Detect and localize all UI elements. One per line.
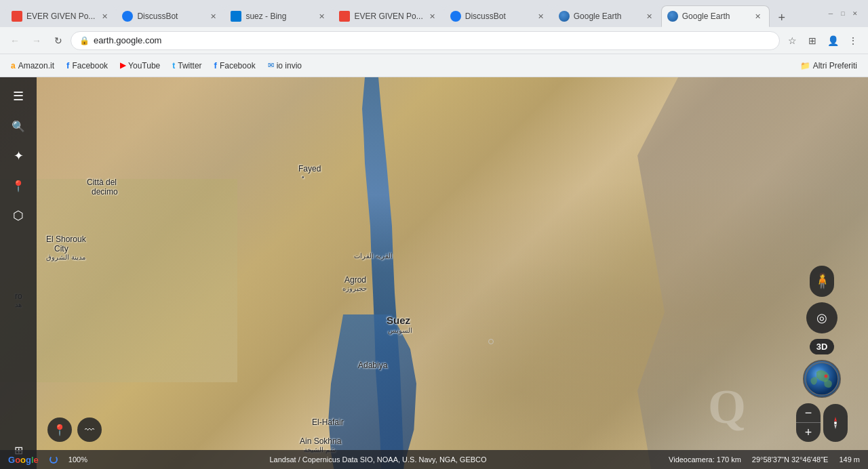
globe-view-button[interactable] (803, 360, 841, 398)
bookmark-facebook-2[interactable]: f Facebook (209, 58, 261, 73)
close-button[interactable]: ✕ (850, 9, 860, 18)
zoom-in-button[interactable]: + (796, 423, 821, 442)
tabs-area: EVER GIVEN Po... ✕ DiscussBot ✕ suez - B… (0, 5, 818, 27)
map-container[interactable]: Fayed • Città del decimo El Shorouk City… (0, 77, 868, 469)
bookmark-facebook-1-label: Facebook (72, 61, 108, 70)
zoom-out-button[interactable]: − (796, 403, 821, 422)
facebook-icon-2: f (214, 60, 217, 70)
youtube-icon: ▶ (120, 61, 125, 70)
profile-button[interactable]: 👤 (823, 31, 842, 50)
tab-favicon-3 (231, 11, 241, 22)
bookmark-facebook-2-label: Facebook (220, 61, 256, 70)
tab-title-7: Google Earth (682, 12, 749, 21)
bookmark-amazon-label: Amazon.it (18, 61, 54, 70)
tab-ever-given-2[interactable]: EVER GIVEN Po... ✕ (333, 5, 443, 27)
back-button[interactable]: ← (5, 31, 24, 50)
tab-favicon-5 (450, 11, 461, 22)
tab-close-2[interactable]: ✕ (208, 11, 218, 22)
tab-title-4: EVER GIVEN Po... (354, 12, 422, 21)
minimize-button[interactable]: ─ (826, 9, 835, 18)
tab-google-earth-2[interactable]: Google Earth ✕ (661, 5, 770, 27)
bookmark-io-invio[interactable]: ✉ io invio (262, 58, 307, 73)
zoom-controls: − + (796, 403, 821, 442)
sidebar-layers-button[interactable]: ✦ (5, 142, 32, 169)
sidebar-tools-button[interactable]: ⬡ (5, 202, 32, 229)
compass-button[interactable] (823, 404, 848, 442)
location-center-button[interactable]: ◎ (806, 302, 837, 333)
camera-info: Videocamera: 170 km (669, 455, 741, 464)
sidebar-menu-button[interactable]: ☰ (5, 83, 32, 110)
tab-title-1: EVER GIVEN Po... (26, 12, 95, 21)
bookmark-twitter-label: Twitter (178, 61, 201, 70)
new-tab-button[interactable]: + (772, 8, 791, 27)
tab-close-1[interactable]: ✕ (99, 11, 110, 22)
pegman-button[interactable]: 🧍 (810, 266, 834, 297)
tab-google-earth-1[interactable]: Google Earth ✕ (553, 5, 661, 27)
map-sidebar: ☰ 🔍 ✦ 📍 ⬡ ⊞ (0, 77, 37, 469)
refresh-button[interactable]: ↻ (49, 31, 68, 50)
google-logo: Google (8, 455, 39, 465)
forward-button[interactable]: → (27, 31, 46, 50)
window-controls: ─ □ ✕ (818, 0, 868, 27)
tab-ever-given-1[interactable]: EVER GIVEN Po... ✕ (5, 5, 116, 27)
sidebar-location-button[interactable]: 📍 (5, 172, 32, 199)
facebook-icon-1: f (66, 60, 69, 70)
bookmark-twitter[interactable]: t Twitter (167, 58, 207, 73)
bookmark-star-button[interactable]: ☆ (783, 31, 802, 50)
svg-marker-3 (834, 424, 837, 429)
bottom-left-controls: 📍 〰 (47, 417, 102, 442)
zoom-percent: 100% (68, 455, 87, 464)
altri-preferiti-label: Altri Preferiti (813, 61, 857, 70)
navigation-bar: ← → ↻ 🔒 earth.google.com ☆ ⊞ 👤 ⋮ (0, 27, 868, 54)
sidebar-search-button[interactable]: 🔍 (5, 113, 32, 140)
3d-button[interactable]: 3D (810, 339, 835, 354)
tab-close-7[interactable]: ✕ (753, 11, 764, 22)
nav-actions: ☆ ⊞ 👤 ⋮ (783, 31, 863, 50)
tab-favicon-4 (339, 11, 350, 22)
bottom-right-controls: 🧍 ◎ 3D (796, 266, 848, 442)
extensions-button[interactable]: ⊞ (803, 31, 822, 50)
coordinates-text: 29°58'37"N 32°46'48"E (752, 455, 829, 464)
bookmark-amazon[interactable]: a Amazon.it (5, 58, 60, 73)
amazon-icon: a (11, 61, 16, 70)
title-bar: EVER GIVEN Po... ✕ DiscussBot ✕ suez - B… (0, 0, 868, 27)
tab-favicon-1 (12, 11, 22, 22)
measure-button[interactable]: 〰 (77, 417, 102, 442)
tab-title-6: Google Earth (574, 12, 640, 21)
tab-title-3: suez - Bing (245, 12, 312, 21)
tab-discussbot-1[interactable]: DiscussBot ✕ (116, 5, 224, 27)
elevation-text: 149 m (839, 455, 860, 464)
svg-marker-2 (834, 417, 837, 422)
security-icon: 🔒 (79, 36, 90, 45)
bookmark-youtube[interactable]: ▶ YouTube (115, 58, 165, 73)
tab-suez-bing[interactable]: suez - Bing ✕ (224, 5, 333, 27)
twitter-icon: t (172, 61, 175, 70)
tab-title-5: DiscussBot (465, 12, 532, 21)
settings-button[interactable]: ⋮ (844, 31, 863, 50)
maximize-button[interactable]: □ (838, 9, 848, 18)
attribution-text: Landsat / Copernicus Data SIO, NOAA, U.S… (98, 455, 658, 464)
bookmarks-bar: a Amazon.it f Facebook ▶ YouTube t Twitt… (0, 54, 868, 77)
tab-close-4[interactable]: ✕ (427, 11, 438, 22)
url-text: earth.google.com (94, 35, 771, 45)
zoom-and-compass: − + (796, 403, 848, 442)
bookmark-facebook-1[interactable]: f Facebook (61, 58, 113, 73)
tab-favicon-6 (559, 11, 570, 22)
altri-preferiti-button[interactable]: 📁 Altri Preferiti (795, 58, 863, 73)
tab-discussbot-2[interactable]: DiscussBot ✕ (444, 5, 553, 27)
tab-close-6[interactable]: ✕ (644, 11, 655, 22)
folder-icon: 📁 (800, 61, 810, 70)
svg-point-4 (834, 422, 837, 424)
address-bar[interactable]: 🔒 earth.google.com (71, 31, 780, 50)
bookmark-io-invio-label: io invio (277, 61, 302, 70)
tab-close-3[interactable]: ✕ (316, 11, 327, 22)
loading-circle (50, 455, 58, 464)
svg-point-1 (825, 375, 828, 378)
tab-favicon-2 (122, 11, 133, 22)
status-bar: Google 100% Landsat / Copernicus Data SI… (0, 450, 868, 469)
tab-close-5[interactable]: ✕ (536, 11, 547, 22)
tab-title-2: DiscussBot (137, 12, 203, 21)
map-type-button[interactable]: 📍 (47, 417, 72, 442)
tab-favicon-7 (667, 11, 678, 22)
browser-frame: EVER GIVEN Po... ✕ DiscussBot ✕ suez - B… (0, 0, 868, 469)
